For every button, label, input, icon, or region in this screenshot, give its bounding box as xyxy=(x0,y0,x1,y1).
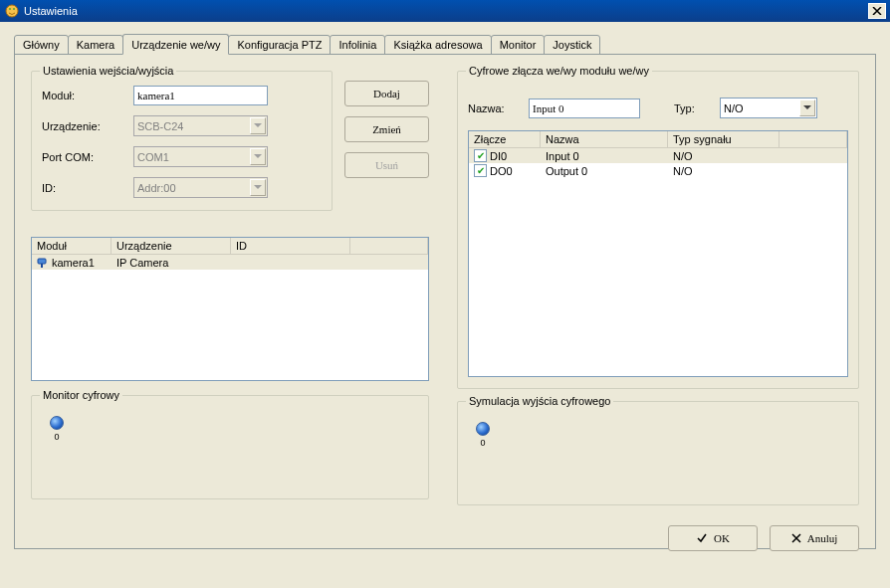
tab-main[interactable]: Główny xyxy=(14,35,69,55)
group-legend: Monitor cyfrowy xyxy=(40,389,122,401)
type-label: Typ: xyxy=(674,102,714,114)
close-icon xyxy=(791,533,801,543)
io-settings-group: Ustawienia wejścia/wyjścia Moduł: Urządz… xyxy=(31,71,333,211)
button-label: OK xyxy=(714,532,730,544)
device-combo: SCB-C24 xyxy=(133,115,268,136)
tab-label: Książka adresowa xyxy=(393,39,482,51)
group-legend: Ustawienia wejścia/wyjścia xyxy=(40,65,176,77)
close-button[interactable] xyxy=(868,3,886,19)
table-header: Moduł Urządzenie ID xyxy=(32,238,428,255)
tab-panel: Ustawienia wejścia/wyjścia Moduł: Urządz… xyxy=(14,54,876,549)
chevron-down-icon xyxy=(250,117,266,134)
io-table[interactable]: Złącze Nazwa Typ sygnału DI0 Input 0 N/O xyxy=(468,130,848,377)
cell-name: Output 0 xyxy=(541,165,668,177)
tab-ptz[interactable]: Konfiguracja PTZ xyxy=(228,35,331,55)
table-row[interactable]: DO0 Output 0 N/O xyxy=(469,163,847,178)
tab-label: Urządzenie we/wy xyxy=(131,39,220,51)
tab-label: Joystick xyxy=(553,39,591,51)
button-label: Anuluj xyxy=(807,532,838,544)
tab-label: Infolinia xyxy=(338,39,376,51)
checkbox[interactable] xyxy=(474,149,487,162)
svg-point-0 xyxy=(6,5,18,17)
cell-connector: DO0 xyxy=(490,165,513,177)
group-legend: Symulacja wyjścia cyfrowego xyxy=(466,395,613,407)
col-name[interactable]: Nazwa xyxy=(541,131,668,148)
monitor-indicator-icon xyxy=(50,416,64,430)
combo-value: Addr:00 xyxy=(137,182,176,194)
svg-rect-4 xyxy=(41,264,43,268)
combo-value: SCB-C24 xyxy=(137,120,183,132)
tab-label: Konfiguracja PTZ xyxy=(237,39,322,51)
port-combo: COM1 xyxy=(133,146,268,167)
group-legend: Cyfrowe złącza we/wy modułu we/wy xyxy=(466,65,652,77)
col-connector[interactable]: Złącze xyxy=(469,131,541,148)
id-label: ID: xyxy=(42,182,133,194)
cell-device: IP Camera xyxy=(111,257,231,269)
digital-io-group: Cyfrowe złącza we/wy modułu we/wy Nazwa:… xyxy=(457,71,859,389)
cell-signal: N/O xyxy=(668,165,779,177)
svg-rect-3 xyxy=(38,259,46,264)
col-signal[interactable]: Typ sygnału xyxy=(668,131,779,148)
digital-monitor-group: Monitor cyfrowy 0 xyxy=(31,395,429,499)
name-input[interactable] xyxy=(529,98,640,118)
tab-joystick[interactable]: Joystick xyxy=(544,35,600,55)
type-combo[interactable]: N/O xyxy=(720,98,817,118)
tab-io-device[interactable]: Urządzenie we/wy xyxy=(122,34,229,55)
monitor-value: 0 xyxy=(54,432,59,442)
svg-point-1 xyxy=(9,8,11,10)
tab-strip: Główny Kamera Urządzenie we/wy Konfigura… xyxy=(14,34,876,55)
chevron-down-icon xyxy=(799,99,815,116)
col-device[interactable]: Urządzenie xyxy=(111,238,231,255)
chevron-down-icon xyxy=(250,179,266,196)
chevron-down-icon xyxy=(250,148,266,165)
col-spacer xyxy=(779,131,847,148)
table-row[interactable]: kamera1 IP Camera xyxy=(32,255,428,270)
cell-connector: DI0 xyxy=(490,150,507,162)
tab-address-book[interactable]: Książka adresowa xyxy=(384,35,491,55)
sim-output-group: Symulacja wyjścia cyfrowego 0 xyxy=(457,401,859,505)
cell-module: kamera1 xyxy=(52,257,95,269)
svg-point-2 xyxy=(13,8,15,10)
module-table[interactable]: Moduł Urządzenie ID kamera1 IP Camera xyxy=(31,237,429,381)
module-input[interactable] xyxy=(133,86,268,105)
cell-signal: N/O xyxy=(668,150,779,162)
tab-label: Monitor xyxy=(500,39,537,51)
cancel-button[interactable]: Anuluj xyxy=(770,525,859,551)
title-bar: Ustawienia xyxy=(0,0,890,22)
tab-label: Kamera xyxy=(77,39,115,51)
combo-value: N/O xyxy=(724,102,744,114)
change-button[interactable]: Zmień xyxy=(344,116,429,142)
module-label: Moduł: xyxy=(42,90,133,101)
col-module[interactable]: Moduł xyxy=(32,238,111,255)
delete-button: Usuń xyxy=(344,152,429,178)
name-label: Nazwa: xyxy=(468,102,523,114)
device-label: Urządzenie: xyxy=(42,120,133,132)
port-label: Port COM: xyxy=(42,151,133,163)
dialog-footer: OK Anuluj xyxy=(31,525,859,551)
id-combo: Addr:00 xyxy=(133,177,268,198)
table-header: Złącze Nazwa Typ sygnału xyxy=(469,131,847,148)
col-id[interactable]: ID xyxy=(231,238,350,255)
col-spacer xyxy=(350,238,428,255)
checkbox[interactable] xyxy=(474,164,487,177)
tab-label: Główny xyxy=(23,39,60,51)
table-row[interactable]: DI0 Input 0 N/O xyxy=(469,148,847,163)
tab-hotline[interactable]: Infolinia xyxy=(330,35,385,55)
ok-button[interactable]: OK xyxy=(668,525,758,551)
camera-icon xyxy=(37,257,49,269)
combo-value: COM1 xyxy=(137,151,169,163)
window-title: Ustawienia xyxy=(24,5,78,17)
tab-monitor[interactable]: Monitor xyxy=(491,35,546,55)
add-button[interactable]: Dodaj xyxy=(344,81,429,106)
sim-value: 0 xyxy=(480,438,485,448)
tab-camera[interactable]: Kamera xyxy=(68,35,124,55)
sim-indicator-icon[interactable] xyxy=(476,422,490,436)
cell-name: Input 0 xyxy=(541,150,668,162)
app-icon xyxy=(4,3,20,19)
check-icon xyxy=(696,532,708,544)
